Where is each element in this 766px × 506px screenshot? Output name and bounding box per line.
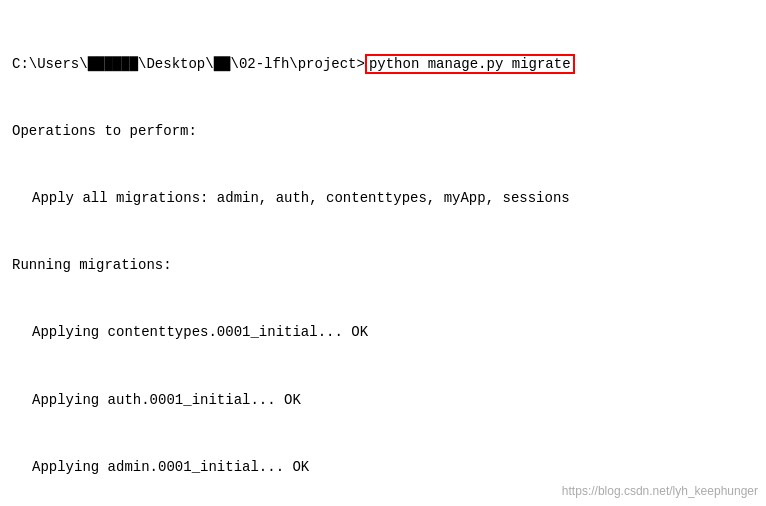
prompt-line: C:\Users\██████\Desktop\██\02-lfh\projec… <box>12 53 754 75</box>
command-text: python manage.py migrate <box>365 54 575 74</box>
operations-header: Operations to perform: <box>12 120 754 142</box>
migration-line-2: Applying auth.0001_initial... OK <box>12 389 754 411</box>
running-header: Running migrations: <box>12 254 754 276</box>
terminal-window: C:\Users\██████\Desktop\██\02-lfh\projec… <box>0 0 766 506</box>
prompt-sep2: \02-lfh\project> <box>230 56 364 72</box>
migration-line-3: Applying admin.0001_initial... OK <box>12 456 754 478</box>
prompt-user2: ██ <box>214 56 231 72</box>
apply-all-line: Apply all migrations: admin, auth, conte… <box>12 187 754 209</box>
migration-line-1: Applying contenttypes.0001_initial... OK <box>12 321 754 343</box>
prompt-prefix: C:\Users\ <box>12 56 88 72</box>
prompt-user1: ██████ <box>88 56 138 72</box>
prompt-sep1: \Desktop\ <box>138 56 214 72</box>
watermark: https://blog.csdn.net/lyh_keephunger <box>562 484 758 498</box>
